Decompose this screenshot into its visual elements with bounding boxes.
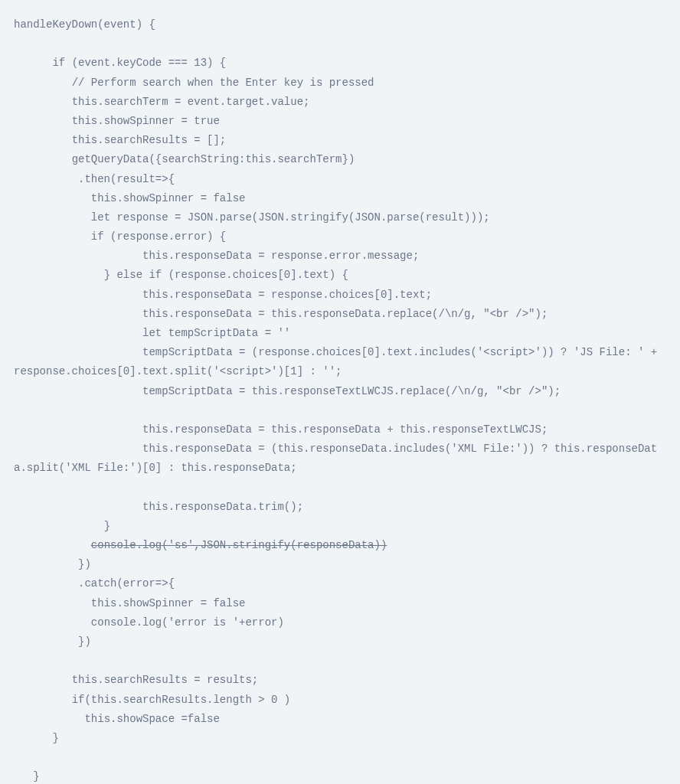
code-line: if (response.error) { [14, 227, 666, 247]
code-line [14, 401, 666, 420]
code-line: this.showSpinner = false [14, 594, 666, 613]
code-line: this.showSpinner = false [14, 189, 666, 208]
code-line [14, 34, 666, 54]
code-line: this.responseData = response.choices[0].… [14, 286, 666, 305]
code-line: .then(result=>{ [14, 170, 666, 189]
code-line: this.responseData = response.error.messa… [14, 247, 666, 266]
code-line [14, 652, 666, 671]
code-line [14, 748, 666, 767]
code-line: } else if (response.choices[0].text) { [14, 266, 666, 285]
code-line: this.responseData = (this.responseData.i… [14, 439, 666, 478]
code-line: }) [14, 632, 666, 652]
code-line: tempScriptData = this.responseTextLWCJS.… [14, 382, 666, 401]
code-line: handleKeyDown(event) { [14, 15, 666, 34]
code-line: // Perform search when the Enter key is … [14, 74, 666, 93]
code-line: if (event.keyCode === 13) { [14, 54, 666, 73]
code-line: let response = JSON.parse(JSON.stringify… [14, 208, 666, 227]
code-snippet: handleKeyDown(event) { if (event.keyCode… [0, 0, 680, 784]
code-line: this.searchResults = []; [14, 131, 666, 150]
code-line: } [14, 729, 666, 748]
code-line: } [14, 767, 666, 784]
code-line: this.showSpace =false [14, 710, 666, 729]
code-line: if(this.searchResults.length > 0 ) [14, 691, 666, 710]
code-line: console.log('ss',JSON.stringify(response… [14, 536, 666, 555]
struck-code: console.log('ss',JSON.stringify(response… [91, 539, 387, 551]
code-line: } [14, 517, 666, 536]
code-line: }) [14, 555, 666, 574]
code-line [14, 479, 666, 498]
code-line: let tempScriptData = '' [14, 324, 666, 343]
code-line: tempScriptData = (response.choices[0].te… [14, 343, 666, 381]
code-line: this.responseData = this.responseData.re… [14, 305, 666, 324]
code-line: this.showSpinner = true [14, 112, 666, 131]
code-line: getQueryData({searchString:this.searchTe… [14, 150, 666, 169]
code-line: this.responseData.trim(); [14, 498, 666, 517]
code-line: this.searchTerm = event.target.value; [14, 93, 666, 112]
code-line: .catch(error=>{ [14, 574, 666, 593]
code-line: console.log('error is '+error) [14, 613, 666, 632]
code-line: this.responseData = this.responseData + … [14, 420, 666, 439]
code-line: this.searchResults = results; [14, 671, 666, 690]
